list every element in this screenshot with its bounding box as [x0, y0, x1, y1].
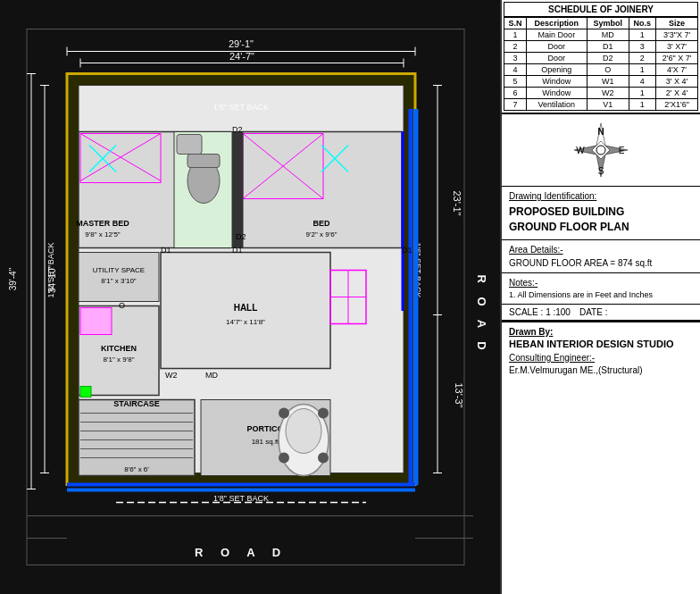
col-desc: Description — [526, 18, 587, 29]
joinery-cell-6-1: Ventilation — [526, 99, 587, 111]
consulting-label: Consulting Engineer:- — [509, 353, 693, 363]
svg-point-54 — [279, 408, 289, 419]
joinery-cell-3-4: 4'X 7' — [656, 64, 698, 76]
main-container: 1'6" SET BACK 1'8" SET BACK 1'6" SET BAC… — [0, 0, 700, 594]
area-label: Area Details:- — [509, 245, 693, 255]
drawing-title: PROPOSED BUILDING GROUND FLOOR PLAN — [509, 205, 693, 235]
notes-label: Notes:- — [509, 278, 693, 288]
svg-point-53 — [318, 453, 329, 464]
joinery-cell-0-3: 1 — [629, 29, 656, 41]
joinery-cell-0-4: 3'3"X 7' — [656, 29, 698, 41]
svg-text:9'8" x 12'5": 9'8" x 12'5" — [85, 230, 121, 238]
svg-text:9'2" x 9'6": 9'2" x 9'6" — [306, 230, 338, 238]
svg-text:23'-1": 23'-1" — [452, 190, 462, 215]
svg-text:W2: W2 — [165, 371, 178, 380]
joinery-cell-3-1: Opening — [526, 64, 587, 76]
joinery-table: S.N Description Symbol No.s Size 1Main D… — [504, 17, 698, 111]
joinery-cell-1-1: Door — [526, 41, 587, 53]
col-size: Size — [656, 18, 698, 29]
svg-text:8'1" x 3'10": 8'1" x 3'10" — [101, 277, 137, 285]
svg-point-52 — [279, 453, 289, 464]
svg-rect-56 — [402, 132, 404, 311]
joinery-cell-1-0: 2 — [504, 41, 527, 53]
svg-text:O: O — [119, 301, 125, 310]
notes-section: Notes:- 1. All Dimensions are in Feet an… — [502, 273, 700, 305]
notes-item-1: 1. All Dimensions are in Feet and Inches — [509, 290, 693, 299]
svg-rect-102 — [80, 387, 91, 397]
engineer-name: Er.M.Velmurugan ME.,(Structural) — [509, 365, 693, 375]
svg-point-55 — [318, 408, 329, 419]
joinery-cell-4-1: Window — [526, 76, 587, 88]
joinery-cell-2-0: 3 — [504, 53, 527, 64]
joinery-cell-2-3: 2 — [629, 53, 656, 64]
svg-text:R   O   A   D: R O A D — [195, 546, 288, 559]
joinery-cell-5-0: 6 — [504, 88, 527, 99]
svg-text:E: E — [619, 146, 625, 155]
svg-text:HALL: HALL — [234, 303, 258, 313]
svg-rect-35 — [80, 308, 112, 335]
studio-name: HEBAN INTERIOR DESIGN STUDIO — [509, 339, 693, 349]
svg-point-107 — [596, 146, 605, 155]
svg-text:PORTICO: PORTICO — [246, 424, 283, 433]
compass-svg: N S E W — [570, 119, 632, 181]
svg-text:KITCHEN: KITCHEN — [101, 344, 137, 353]
joinery-cell-5-1: Window — [526, 88, 587, 99]
svg-text:1'8" SET BACK: 1'8" SET BACK — [213, 494, 269, 503]
floor-plan-svg: 1'6" SET BACK 1'8" SET BACK 1'6" SET BAC… — [0, 0, 500, 594]
svg-text:D1: D1 — [161, 246, 171, 255]
svg-text:N: N — [597, 127, 604, 137]
joinery-cell-0-0: 1 — [504, 29, 527, 41]
joinery-cell-0-2: MD — [587, 29, 629, 41]
joinery-section: SCHEDULE OF JOINERY S.N Description Symb… — [502, 0, 700, 114]
svg-rect-72 — [177, 135, 202, 155]
svg-text:D1: D1 — [232, 246, 243, 255]
area-content: GROUND FLOOR AREA = 874 sq.ft — [509, 258, 693, 268]
joinery-cell-3-0: 4 — [504, 64, 527, 76]
svg-text:MASTER BED: MASTER BED — [76, 219, 129, 228]
joinery-cell-1-2: D1 — [587, 41, 629, 53]
col-nos: No.s — [629, 18, 656, 29]
scale-date: SCALE : 1 :100 DATE : — [502, 305, 700, 321]
joinery-cell-2-1: Door — [526, 53, 587, 64]
joinery-title: SCHEDULE OF JOINERY — [504, 2, 698, 17]
drawing-identification: Drawing Identification: PROPOSED BUILDIN… — [502, 187, 700, 240]
drawn-by-section: Drawn By: HEBAN INTERIOR DESIGN STUDIO C… — [502, 321, 700, 594]
joinery-cell-4-0: 5 — [504, 76, 527, 88]
svg-text:D2: D2 — [232, 125, 243, 134]
svg-rect-60 — [67, 489, 415, 492]
joinery-cell-2-4: 2'6" X 7' — [656, 53, 698, 64]
joinery-cell-4-3: 4 — [629, 76, 656, 88]
svg-text:STAIRCASE: STAIRCASE — [113, 399, 159, 408]
joinery-cell-4-4: 3' X 4' — [656, 76, 698, 88]
joinery-cell-5-4: 2' X 4' — [656, 88, 698, 99]
joinery-cell-6-4: 2'X1'6" — [656, 99, 698, 111]
joinery-cell-2-2: D2 — [587, 53, 629, 64]
svg-text:181 sq.ft: 181 sq.ft — [252, 438, 279, 446]
joinery-cell-0-1: Main Door — [526, 29, 587, 41]
joinery-cell-6-0: 7 — [504, 99, 527, 111]
svg-rect-71 — [188, 155, 220, 168]
svg-rect-57 — [409, 110, 412, 485]
svg-text:24'-7": 24'-7" — [229, 51, 254, 62]
scale-label: SCALE : 1 :100 — [509, 307, 571, 317]
joinery-cell-6-2: V1 — [587, 99, 629, 111]
date-label: DATE : — [579, 307, 607, 317]
svg-text:29'-1": 29'-1" — [229, 38, 254, 49]
svg-text:R   O   A   D: R O A D — [475, 274, 488, 355]
joinery-cell-5-2: W2 — [587, 88, 629, 99]
svg-point-51 — [286, 409, 321, 454]
joinery-cell-5-3: 1 — [629, 88, 656, 99]
joinery-cell-6-3: 1 — [629, 99, 656, 111]
svg-text:14'7" x 11'8": 14'7" x 11'8" — [226, 318, 265, 326]
joinery-cell-1-3: 3 — [629, 41, 656, 53]
svg-rect-58 — [414, 110, 418, 485]
svg-text:8'1" x 9'8": 8'1" x 9'8" — [104, 356, 135, 364]
compass-section: N S E W — [502, 114, 700, 187]
svg-text:UTILITY SPACE: UTILITY SPACE — [93, 266, 145, 274]
svg-text:39'-4": 39'-4" — [8, 267, 18, 290]
svg-text:MD: MD — [205, 371, 218, 380]
svg-text:34'-10": 34'-10" — [47, 265, 57, 293]
svg-text:1'6" SET BACK: 1'6" SET BACK — [213, 103, 269, 112]
svg-text:D1: D1 — [402, 246, 412, 255]
joinery-cell-1-4: 3' X7' — [656, 41, 698, 53]
